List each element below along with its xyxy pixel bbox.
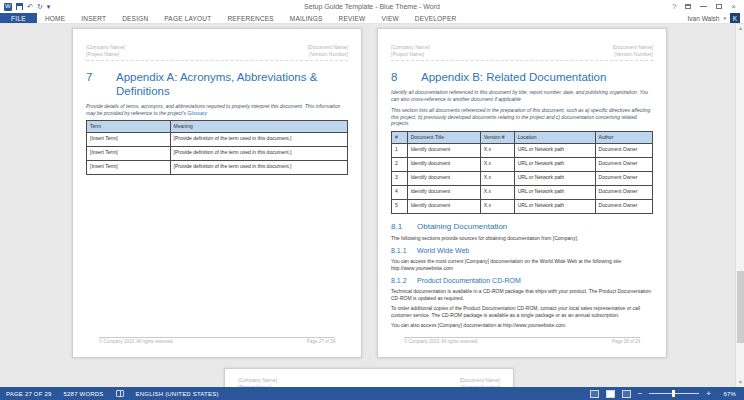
document-canvas[interactable]: [Company Name] [Project Name] [Document … bbox=[0, 24, 744, 387]
title-bar: ↶ ↻ ▾ Setup Guide Template - Blue Theme … bbox=[0, 0, 744, 13]
instruction-text: Identify all documentation referenced in… bbox=[391, 89, 653, 102]
header-version: [Version Number] bbox=[308, 51, 348, 58]
instruction-text: Provide details of terms, acronyms, and … bbox=[86, 103, 348, 116]
table-row[interactable]: [Insert Term] [Provide definition of the… bbox=[87, 161, 348, 175]
page-header: [Company Name] [Project Name] [Document … bbox=[391, 44, 653, 61]
ribbon-display-options-icon[interactable] bbox=[685, 4, 691, 9]
ribbon-tab[interactable]: PAGE LAYOUT bbox=[156, 13, 219, 23]
table-row[interactable]: 1 Identify document X.x URL or Network p… bbox=[392, 143, 653, 157]
page-footer: © Company 2013. All rights reserved. Pag… bbox=[404, 337, 640, 344]
word-count[interactable]: 5287 WORDS bbox=[64, 391, 104, 397]
qat-customize-icon[interactable]: ▾ bbox=[47, 3, 51, 10]
save-icon[interactable] bbox=[16, 3, 23, 10]
footer-page-number: Page 27 of 29 bbox=[307, 339, 335, 344]
header-company: [Company Name] bbox=[86, 44, 125, 51]
quick-access-toolbar: ↶ ↻ ▾ bbox=[0, 0, 50, 13]
header-project: [Project Name] bbox=[391, 51, 430, 58]
heading-8-1-2: 8.1.2 Product Documentation CD-ROM bbox=[391, 277, 653, 284]
redo-icon[interactable]: ↻ bbox=[37, 3, 43, 10]
instruction-text: This section lists all documents referen… bbox=[391, 107, 653, 127]
ribbon-tab[interactable]: REVIEW bbox=[331, 13, 374, 23]
ribbon-tab[interactable]: DEVELOPER bbox=[407, 13, 465, 23]
ribbon-tab[interactable]: HOME bbox=[37, 13, 73, 23]
proofing-status-icon[interactable] bbox=[116, 390, 124, 397]
page-indicator[interactable]: PAGE 27 OF 29 bbox=[6, 391, 52, 397]
user-name: Ivan Walsh bbox=[688, 15, 720, 22]
related-documents-table: # Document Title Version # Location Auth… bbox=[391, 131, 653, 214]
table-row[interactable]: 2 Identify document X.x URL or Network p… bbox=[392, 157, 653, 171]
ribbon-tab[interactable]: DESIGN bbox=[114, 13, 156, 23]
glossary-table: Term Meaning [Insert Term] [Provide defi… bbox=[86, 120, 348, 175]
paragraph: To order additional copies of the Produc… bbox=[391, 305, 653, 318]
web-layout-button[interactable] bbox=[622, 390, 631, 398]
ribbon-tab[interactable]: REFERENCES bbox=[219, 13, 281, 23]
help-icon[interactable]: ? bbox=[672, 3, 676, 11]
print-layout-button[interactable] bbox=[606, 390, 615, 398]
scroll-up-icon[interactable]: ▲ bbox=[736, 24, 744, 33]
avatar[interactable]: K bbox=[730, 13, 740, 23]
word-application-window: { "title_bar": { "title": "Setup Guide T… bbox=[0, 0, 744, 400]
table-row[interactable]: 5 Identify document X.x URL or Network p… bbox=[392, 199, 653, 213]
restore-icon[interactable] bbox=[716, 4, 722, 9]
word-app-icon[interactable] bbox=[4, 3, 12, 11]
window-title: Setup Guide Template - Blue Theme - Word bbox=[0, 3, 744, 10]
table-header-row: Term Meaning bbox=[87, 121, 348, 133]
column-header-version: Version # bbox=[480, 131, 514, 143]
heading-appendix-a: 7 Appendix A: Acronyms, Abbreviations & … bbox=[86, 70, 348, 98]
scroll-down-icon[interactable]: ▼ bbox=[736, 378, 744, 387]
footer-copyright: © Company 2013. All rights reserved. bbox=[404, 339, 479, 344]
table-header-row: # Document Title Version # Location Auth… bbox=[392, 131, 653, 143]
page-footer: © Company 2013. All rights reserved. Pag… bbox=[99, 337, 335, 344]
ribbon-tab[interactable]: MAILINGS bbox=[282, 13, 331, 23]
paragraph: You can also access [Company] documentat… bbox=[391, 322, 653, 329]
account-area[interactable]: Ivan Walsh ▾ K bbox=[688, 13, 744, 23]
ribbon-tabs: HOMEINSERTDESIGNPAGE LAYOUTREFERENCESMAI… bbox=[37, 13, 464, 23]
page-28[interactable]: [Company Name] [Project Name] [Document … bbox=[377, 28, 667, 358]
page-27[interactable]: [Company Name] [Project Name] [Document … bbox=[72, 28, 362, 358]
page-header: [Company Name] [Project Name] [Document … bbox=[86, 44, 348, 61]
paragraph: You can access the most current [Company… bbox=[391, 258, 653, 271]
table-row[interactable]: 3 Identify document X.x URL or Network p… bbox=[392, 171, 653, 185]
header-company: [Company Name] bbox=[391, 44, 430, 51]
column-header-author: Author bbox=[595, 131, 652, 143]
minimize-icon[interactable] bbox=[700, 6, 707, 7]
glossary-link[interactable]: Glossary bbox=[187, 110, 207, 116]
column-header-title: Document Title bbox=[407, 131, 480, 143]
column-header-term: Term bbox=[87, 121, 171, 133]
ribbon-tab-bar: FILE HOMEINSERTDESIGNPAGE LAYOUTREFERENC… bbox=[0, 13, 744, 24]
table-row[interactable]: [Insert Term] [Provide definition of the… bbox=[87, 147, 348, 161]
status-bar: PAGE 27 OF 29 5287 WORDS ENGLISH (UNITED… bbox=[0, 387, 744, 400]
header-document: [Document Name] bbox=[460, 377, 500, 384]
window-controls: ? × bbox=[672, 3, 744, 11]
header-project: [Project Name] bbox=[86, 51, 125, 58]
tab-file[interactable]: FILE bbox=[0, 13, 37, 23]
heading-8-1-1: 8.1.1 World Wide Web bbox=[391, 247, 653, 254]
heading-8-1: 8.1 Obtaining Documentation bbox=[391, 222, 653, 231]
zoom-slider[interactable] bbox=[649, 393, 699, 394]
zoom-level[interactable]: 67% bbox=[718, 391, 736, 397]
read-mode-button[interactable] bbox=[590, 390, 599, 398]
ribbon-tab[interactable]: INSERT bbox=[73, 13, 114, 23]
footer-copyright: © Company 2013. All rights reserved. bbox=[99, 339, 174, 344]
table-row[interactable]: [Insert Term] [Provide definition of the… bbox=[87, 133, 348, 147]
footer-page-number: Page 28 of 29 bbox=[612, 339, 640, 344]
language-indicator[interactable]: ENGLISH (UNITED STATES) bbox=[136, 391, 219, 397]
close-icon[interactable]: × bbox=[731, 3, 736, 11]
column-header-number: # bbox=[392, 131, 408, 143]
paragraph: The following sections provide sources f… bbox=[391, 235, 653, 242]
column-header-location: Location bbox=[514, 131, 595, 143]
zoom-slider-thumb[interactable] bbox=[672, 390, 675, 397]
header-company: [Company Name] bbox=[238, 377, 277, 384]
scrollbar-thumb[interactable] bbox=[737, 271, 744, 344]
ribbon-tab[interactable]: VIEW bbox=[373, 13, 406, 23]
vertical-scrollbar[interactable]: ▲ ▼ bbox=[735, 24, 744, 387]
zoom-out-button[interactable]: − bbox=[638, 390, 643, 398]
undo-icon[interactable]: ↶ bbox=[27, 3, 33, 10]
heading-appendix-b: 8 Appendix B: Related Documentation bbox=[391, 70, 653, 84]
header-version: [Version Number] bbox=[613, 51, 653, 58]
table-row[interactable]: 4 Identify document X.x URL or Network p… bbox=[392, 185, 653, 199]
page-29-partial[interactable]: [Company Name] [Project Name] [Document … bbox=[224, 368, 514, 387]
paragraph: Technical documentation is available in … bbox=[391, 288, 653, 301]
column-header-meaning: Meaning bbox=[170, 121, 347, 133]
zoom-in-button[interactable]: + bbox=[706, 390, 711, 398]
